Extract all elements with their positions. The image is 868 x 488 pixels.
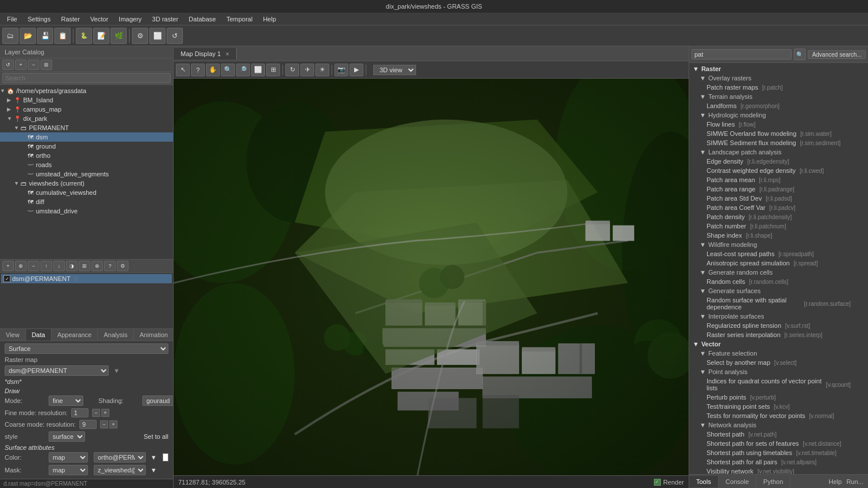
- region-btn[interactable]: ⬜: [149, 28, 165, 44]
- module-rsimsediment[interactable]: SIMWE Sediment flux modeling [r.sim.sedi…: [689, 138, 868, 147]
- catalog-search-input[interactable]: [2, 73, 171, 83]
- module-cwed[interactable]: Contrast weighted edge density [r.li.cwe…: [689, 166, 868, 175]
- menu-temporal[interactable]: Temporal: [222, 14, 257, 24]
- hydrologic-sub[interactable]: ▼ Hydrologic modeling: [689, 110, 868, 120]
- grass-btn[interactable]: 🌿: [111, 28, 127, 44]
- advanced-search-btn[interactable]: Advanced search...: [808, 50, 866, 59]
- map-rotate-btn[interactable]: ↻: [285, 64, 299, 76]
- module-mps[interactable]: Patch area mean [r.li.mps]: [689, 175, 868, 184]
- refresh-btn[interactable]: ↺: [167, 28, 183, 44]
- layer-add-raster-btn[interactable]: +: [2, 261, 14, 271]
- module-vnetallpairs[interactable]: Shortest path for all pairs [v.net.allpa…: [689, 457, 868, 467]
- module-rpatch[interactable]: Patch raster maps [r.patch]: [689, 83, 868, 92]
- module-padcv[interactable]: Patch area Coeff Var [r.li.padcv]: [689, 203, 868, 212]
- menu-settings[interactable]: Settings: [23, 14, 56, 24]
- script-btn[interactable]: 📝: [93, 28, 109, 44]
- module-randomcells[interactable]: Random cells [r.random.cells]: [689, 277, 868, 286]
- map-zoom-region-btn[interactable]: ⬜: [251, 64, 265, 76]
- cat-search-btn[interactable]: ⊞: [41, 60, 52, 70]
- module-vnormal[interactable]: Tests for normality for vector points [v…: [689, 411, 868, 420]
- cat-reload-btn[interactable]: ↺: [2, 60, 14, 70]
- module-rflow[interactable]: Flow lines [r.flow]: [689, 120, 868, 129]
- map-pan-btn[interactable]: ✋: [206, 64, 220, 76]
- save-btn[interactable]: 💾: [37, 28, 53, 44]
- layer-query-btn[interactable]: ?: [104, 261, 116, 271]
- fine-res-input[interactable]: [71, 408, 89, 417]
- menu-file[interactable]: File: [2, 14, 22, 24]
- menu-help[interactable]: Help: [258, 14, 281, 24]
- map-fly-btn[interactable]: ✈: [300, 64, 314, 76]
- fine-minus-btn[interactable]: −: [92, 409, 100, 417]
- coarse-res-input[interactable]: [79, 420, 97, 429]
- map-zoom-layer-btn[interactable]: ⊞: [266, 64, 280, 76]
- wildfire-sub[interactable]: ▼ Wildfire modeling: [689, 240, 868, 249]
- cat-remove-btn[interactable]: −: [28, 60, 39, 70]
- mask-map-select[interactable]: z_viewshed@viewsheds: [94, 465, 146, 475]
- layer-opacity-btn[interactable]: ◑: [66, 261, 78, 271]
- menu-database[interactable]: Database: [184, 14, 220, 24]
- map-zoom-out-btn[interactable]: 🔎: [236, 64, 250, 76]
- interp-surfaces-sub[interactable]: ▼ Interpolate surfaces: [689, 312, 868, 321]
- gen-surfaces-sub[interactable]: ▼ Generate surfaces: [689, 286, 868, 295]
- tree-umstead-seg[interactable]: 〰 umstead_drive_segments: [0, 169, 173, 179]
- layer-attr-btn[interactable]: ⊞: [79, 261, 90, 271]
- color-expand[interactable]: ▼: [150, 454, 157, 461]
- module-vselect[interactable]: Select by another map [v.select]: [689, 358, 868, 367]
- module-rseriesinterp[interactable]: Raster series interpolation [r.series.in…: [689, 330, 868, 339]
- workspace-btn[interactable]: 📋: [54, 28, 71, 44]
- map-view-select[interactable]: 3D view 2D view: [373, 65, 416, 75]
- help-link[interactable]: Help: [829, 478, 842, 485]
- point-analysis-sub[interactable]: ▼ Point analysis: [689, 367, 868, 376]
- run-link[interactable]: Run...: [847, 478, 863, 485]
- tree-viewsheds[interactable]: ▼ 🗃 viewsheds (current): [0, 179, 173, 188]
- map-tab-close[interactable]: ×: [226, 50, 229, 57]
- module-shape[interactable]: Shape index [r.li.shape]: [689, 231, 868, 240]
- layer-add-vector-btn[interactable]: ⊕: [15, 261, 27, 271]
- mask-expand[interactable]: ▼: [150, 467, 157, 474]
- module-vnetpath[interactable]: Shortest path [v.net.path]: [689, 430, 868, 439]
- module-patchdensity[interactable]: Patch density [r.li.patchdensity]: [689, 212, 868, 221]
- layer-checkbox-dsm[interactable]: ✓: [3, 275, 10, 282]
- tab-appearance[interactable]: Appearance: [52, 329, 98, 341]
- layer-zoom-btn[interactable]: ⊕: [91, 261, 103, 271]
- map-canvas[interactable]: [174, 79, 689, 475]
- tree-ortho[interactable]: 🗺 ortho: [0, 151, 173, 160]
- overlay-rasters-sub[interactable]: ▼ Overlay rasters: [689, 73, 868, 83]
- render-checkbox[interactable]: ✓: [654, 479, 661, 486]
- tree-bm-island[interactable]: ▶ 📍 BM_Island: [0, 95, 173, 105]
- mode-select[interactable]: fine coarse: [49, 395, 83, 406]
- tab-console[interactable]: Console: [719, 476, 756, 487]
- color-mode-select[interactable]: map constant: [49, 452, 88, 463]
- layer-down-btn[interactable]: ↓: [53, 261, 65, 271]
- map-query-btn[interactable]: ?: [191, 64, 205, 76]
- color-map-select[interactable]: ortho@PERMANENT: [94, 452, 146, 463]
- layer-remove-btn[interactable]: −: [28, 261, 39, 271]
- network-analysis-sub[interactable]: ▼ Network analysis: [689, 420, 868, 430]
- tree-permanent[interactable]: ▼ 🗃 PERMANENT: [0, 123, 173, 132]
- module-search-input[interactable]: [692, 49, 792, 60]
- module-geomorphon[interactable]: Landforms [r.geomorphon]: [689, 101, 868, 110]
- module-randomsurface[interactable]: Random surface with spatial dependence […: [689, 295, 868, 312]
- raster-map-expand[interactable]: ▼: [113, 367, 120, 374]
- tree-roads[interactable]: 〰 roads: [0, 160, 173, 169]
- map-anim-btn[interactable]: ▶: [350, 64, 363, 76]
- menu-raster[interactable]: Raster: [56, 14, 84, 24]
- tab-python[interactable]: Python: [756, 476, 790, 487]
- tree-ground[interactable]: 🗺 ground: [0, 142, 173, 151]
- tree-root[interactable]: ▼ 🏠 /home/vpetras/grassdata: [0, 86, 173, 95]
- module-vnettimetable[interactable]: Shortest path using timetables [v.net.ti…: [689, 448, 868, 457]
- coarse-plus-btn[interactable]: +: [109, 420, 117, 428]
- module-padsd[interactable]: Patch area Std Dev [r.li.padsd]: [689, 194, 868, 203]
- tree-diff[interactable]: 🗺 diff: [0, 197, 173, 206]
- open-btn[interactable]: 📂: [20, 28, 36, 44]
- module-rsimwater[interactable]: SIMWE Overland flow modeling [r.sim.wate…: [689, 129, 868, 138]
- module-search-btn[interactable]: 🔍: [794, 49, 806, 60]
- module-vsurfrst[interactable]: Regularized spline tension [v.surf.rst]: [689, 321, 868, 330]
- module-vperturb[interactable]: Perturb points [v.perturb]: [689, 393, 868, 402]
- map-save-img-btn[interactable]: 📷: [334, 64, 348, 76]
- module-edgedensity[interactable]: Edge density [r.li.edgedensity]: [689, 157, 868, 166]
- tab-data[interactable]: Data: [26, 329, 52, 341]
- map-zoom-in-btn[interactable]: 🔍: [221, 64, 235, 76]
- landscape-patch-sub[interactable]: ▼ Landscape patch analysis: [689, 147, 868, 157]
- menu-3draster[interactable]: 3D raster: [148, 14, 183, 24]
